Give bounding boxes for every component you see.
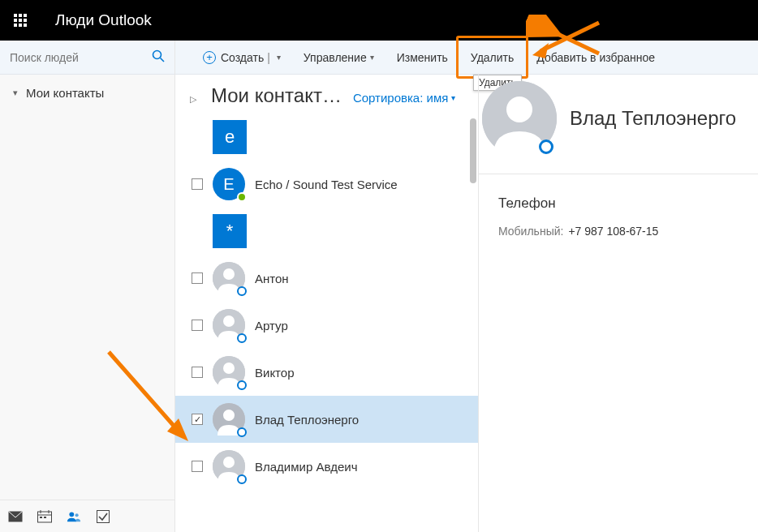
sort-value: имя bbox=[427, 91, 449, 105]
svg-rect-8 bbox=[44, 517, 46, 518]
list-title: Мои контакт… bbox=[211, 84, 342, 107]
add-favorite-button[interactable]: Добавить в избранное bbox=[525, 41, 666, 74]
avatar bbox=[213, 450, 245, 483]
letter-tile-star[interactable]: * bbox=[213, 214, 247, 248]
list-item[interactable]: Артур bbox=[175, 302, 478, 349]
svg-point-21 bbox=[223, 457, 235, 468]
search-icon[interactable] bbox=[152, 49, 165, 66]
presence-offline-icon bbox=[237, 474, 247, 484]
tasks-icon[interactable] bbox=[96, 509, 110, 524]
list-item[interactable]: Антон bbox=[175, 255, 478, 302]
svg-point-23 bbox=[506, 97, 532, 122]
toolbar-actions: + Создать | ▾ Управление ▾ Изменить Удал… bbox=[175, 41, 666, 74]
detail-name: Влад Теплоэнерго bbox=[570, 107, 736, 130]
mobile-label: Мобильный: bbox=[498, 225, 563, 238]
toolbar: + Создать | ▾ Управление ▾ Изменить Удал… bbox=[0, 41, 758, 75]
contact-list: e E Echo / Sound Test Service * Антон bbox=[175, 114, 478, 532]
create-label: Создать bbox=[221, 51, 264, 64]
mobile-value: +7 987 108-67-15 bbox=[568, 225, 658, 238]
checkbox[interactable] bbox=[192, 178, 203, 190]
delete-label: Удалить bbox=[471, 51, 514, 64]
list-item[interactable]: ✓ Влад Теплоэнерго bbox=[175, 396, 478, 443]
contact-name: Артур bbox=[255, 319, 288, 332]
contact-name: Echo / Sound Test Service bbox=[255, 178, 398, 191]
presence-offline-icon bbox=[237, 380, 247, 390]
search-box[interactable] bbox=[0, 41, 175, 75]
contact-name: Антон bbox=[255, 272, 289, 285]
checkbox[interactable]: ✓ bbox=[192, 414, 203, 425]
presence-offline-icon bbox=[237, 333, 247, 343]
checkbox[interactable] bbox=[192, 320, 203, 331]
checkbox[interactable] bbox=[192, 461, 203, 472]
edit-button[interactable]: Изменить bbox=[385, 41, 459, 74]
list-item[interactable]: Виктор bbox=[175, 349, 478, 396]
section-tile: e bbox=[175, 114, 478, 161]
calendar-icon[interactable] bbox=[37, 509, 52, 524]
svg-point-9 bbox=[69, 512, 74, 517]
list-header: ▷ Мои контакт… Сортировка: имя ▾ bbox=[175, 75, 478, 114]
list-item[interactable]: E Echo / Sound Test Service bbox=[175, 161, 478, 208]
detail-header: Влад Теплоэнерго bbox=[479, 75, 758, 174]
app-header: Люди Outlook bbox=[0, 0, 758, 41]
list-item[interactable]: Владимир Авдеич bbox=[175, 443, 478, 490]
sort-prefix: Сортировка: bbox=[353, 91, 424, 105]
manage-button[interactable]: Управление ▾ bbox=[292, 41, 385, 74]
presence-offline-icon bbox=[539, 139, 553, 154]
avatar bbox=[213, 262, 245, 294]
svg-point-15 bbox=[223, 315, 235, 327]
delete-button[interactable]: Удалить bbox=[459, 41, 525, 74]
chevron-down-icon: ▾ bbox=[451, 93, 455, 102]
avatar bbox=[213, 356, 245, 388]
letter-tile-e[interactable]: e bbox=[213, 120, 247, 154]
avatar bbox=[213, 403, 245, 435]
sidebar-item-my-contacts[interactable]: ▾ Мои контакты bbox=[0, 75, 174, 111]
presence-offline-icon bbox=[237, 427, 247, 437]
svg-point-17 bbox=[223, 363, 235, 374]
split-divider: | bbox=[267, 51, 270, 64]
scrollbar-thumb[interactable] bbox=[470, 118, 476, 183]
chevron-down-icon[interactable]: ▾ bbox=[277, 53, 281, 62]
mail-icon[interactable] bbox=[8, 509, 23, 524]
svg-point-0 bbox=[153, 50, 162, 58]
app-launcher-button[interactable] bbox=[0, 0, 41, 41]
svg-line-1 bbox=[161, 58, 165, 62]
search-input[interactable] bbox=[10, 51, 152, 64]
avatar bbox=[213, 309, 245, 341]
detail-panel: Влад Теплоэнерго Телефон Мобильный: +7 9… bbox=[479, 75, 758, 532]
my-contacts-label: Мои контакты bbox=[26, 86, 104, 100]
collapse-icon[interactable]: ▷ bbox=[190, 94, 196, 105]
plus-circle-icon: + bbox=[203, 51, 216, 64]
svg-rect-7 bbox=[40, 517, 42, 518]
presence-available-icon bbox=[237, 192, 247, 202]
detail-body: Телефон Мобильный: +7 987 108-67-15 bbox=[479, 174, 758, 259]
create-button[interactable]: + Создать | ▾ bbox=[192, 41, 292, 74]
people-icon[interactable] bbox=[67, 509, 81, 524]
presence-offline-icon bbox=[237, 286, 247, 296]
phone-section-label: Телефон bbox=[498, 195, 739, 212]
svg-rect-11 bbox=[97, 510, 110, 522]
app-title: Люди Outlook bbox=[55, 11, 152, 29]
sidebar: ▾ Мои контакты bbox=[0, 75, 175, 532]
svg-point-19 bbox=[223, 410, 235, 421]
sidebar-footer bbox=[0, 500, 174, 532]
avatar: E bbox=[213, 168, 245, 200]
chevron-down-icon: ▾ bbox=[13, 88, 18, 98]
contact-name: Виктор bbox=[255, 366, 295, 380]
chevron-down-icon: ▾ bbox=[370, 53, 374, 62]
svg-point-10 bbox=[75, 513, 79, 517]
svg-point-13 bbox=[223, 268, 235, 280]
contact-name: Владимир Авдеич bbox=[255, 460, 358, 474]
phone-mobile-row: Мобильный: +7 987 108-67-15 bbox=[498, 225, 739, 238]
edit-label: Изменить bbox=[397, 51, 448, 64]
sort-button[interactable]: Сортировка: имя ▾ bbox=[353, 91, 456, 105]
manage-label: Управление bbox=[304, 51, 367, 64]
checkbox[interactable] bbox=[192, 367, 203, 378]
contact-name: Влад Теплоэнерго bbox=[255, 413, 359, 427]
section-tile: * bbox=[175, 208, 478, 255]
contact-list-panel: ▷ Мои контакт… Сортировка: имя ▾ e E Ech… bbox=[175, 75, 479, 532]
favorite-label: Добавить в избранное bbox=[536, 51, 655, 64]
checkbox[interactable] bbox=[192, 272, 203, 284]
waffle-icon bbox=[14, 14, 27, 27]
detail-avatar bbox=[482, 81, 557, 156]
